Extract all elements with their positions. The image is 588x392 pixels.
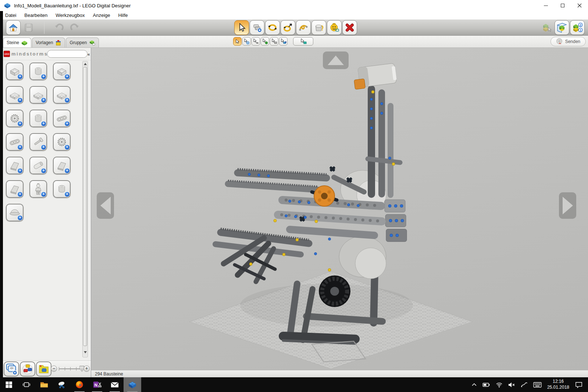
brick-search-input[interactable]: [47, 50, 88, 58]
filter-colors-icon: [21, 363, 34, 375]
palette-item-pneumatic-tube[interactable]: [29, 157, 47, 174]
menu-bearbeiten[interactable]: Bearbeiten: [20, 13, 51, 18]
maximize-button[interactable]: [554, 0, 571, 11]
select-advanced-button[interactable]: [293, 37, 313, 46]
filter-current-set-button[interactable]: [36, 361, 51, 377]
volume-muted-icon[interactable]: [508, 382, 515, 388]
home-icon: [8, 22, 18, 33]
senden-button[interactable]: Senden: [550, 37, 586, 46]
add-part-icon: [64, 192, 70, 197]
redo-icon: [70, 22, 80, 33]
zoom-out-button[interactable]: [51, 366, 57, 372]
start-button[interactable]: [0, 377, 18, 392]
keyboard-icon[interactable]: [533, 382, 542, 388]
brick-count: 294 Bausteine: [95, 371, 123, 377]
palette-item-brick-round-2x2[interactable]: [29, 63, 47, 80]
undo-button[interactable]: [52, 20, 67, 35]
tool-hinge-align-button[interactable]: [281, 20, 295, 35]
palette-item-blade[interactable]: [53, 157, 71, 174]
close-button[interactable]: [571, 0, 588, 11]
task-view-button[interactable]: [18, 377, 35, 392]
view-mode-button[interactable]: [555, 20, 569, 35]
palette-item-axle-connector[interactable]: [29, 133, 47, 151]
select-same-type-button[interactable]: [252, 37, 260, 46]
palette-item-liftarm-thin[interactable]: [6, 133, 24, 151]
nav-right-button[interactable]: [559, 192, 576, 219]
select-neighbors-button[interactable]: [270, 37, 278, 46]
palette-item-brick-1x4[interactable]: [53, 63, 71, 80]
palette-scrollbar[interactable]: [82, 61, 88, 357]
palette-item-plate-wedge-3x3[interactable]: [29, 86, 47, 104]
palette-item-gear-24-tooth[interactable]: [53, 133, 71, 151]
tool-clone-button[interactable]: [250, 20, 264, 35]
tool-paint-button[interactable]: [311, 20, 326, 35]
building-guide-mode-button[interactable]: 2 1: [570, 20, 585, 35]
zoom-in-button[interactable]: [83, 366, 90, 372]
snipping-tool-button[interactable]: [53, 377, 71, 392]
brick-palette: [0, 60, 91, 360]
collapse-panel-button[interactable]: [87, 52, 90, 57]
palette-item-container-round[interactable]: [53, 180, 71, 198]
tool-flex-button[interactable]: [296, 20, 311, 35]
filter-colors-button[interactable]: [20, 361, 35, 377]
select-same-color-button[interactable]: [261, 37, 269, 46]
file-explorer-button[interactable]: [35, 377, 53, 392]
menu-hilfe[interactable]: Hilfe: [114, 13, 132, 18]
palette-item-driving-ring[interactable]: [29, 110, 47, 127]
tray-expand-icon[interactable]: [471, 382, 477, 388]
wifi-icon[interactable]: [496, 382, 503, 388]
tab-steine[interactable]: Steine: [3, 38, 31, 47]
tool-select-button[interactable]: [234, 20, 249, 35]
palette-item-gear-wheel[interactable]: [6, 110, 24, 127]
lego-digital-designer-button[interactable]: [124, 377, 141, 392]
home-button[interactable]: [6, 20, 21, 35]
tool-hinge-button[interactable]: [265, 20, 280, 35]
mail-button[interactable]: [106, 377, 124, 392]
save-button[interactable]: [21, 20, 36, 35]
scrollbar-thumb[interactable]: [83, 67, 87, 346]
palette-item-beam-3[interactable]: [53, 110, 71, 127]
senden-label: Senden: [565, 39, 580, 44]
palette-item-plate-modified[interactable]: [53, 86, 71, 104]
palette-item-fin[interactable]: [6, 180, 24, 198]
palette-item-minifigure[interactable]: [29, 180, 47, 198]
firefox-button[interactable]: [71, 377, 88, 392]
slider-track[interactable]: [59, 368, 82, 369]
select-single-button[interactable]: [233, 37, 242, 46]
nav-up-button[interactable]: [323, 51, 349, 69]
menu-datei[interactable]: Datei: [5, 13, 20, 18]
canvas-area: 294 Bausteine: [91, 48, 588, 377]
menu-werkzeugbox[interactable]: Werkzeugbox: [51, 13, 89, 18]
model-canvas[interactable]: [91, 48, 588, 370]
palette-item-plate-2x2[interactable]: [6, 86, 24, 104]
tool-delete-button[interactable]: [342, 20, 357, 35]
pen-icon[interactable]: [521, 382, 528, 388]
undo-icon: [54, 22, 64, 33]
tab-gruppen[interactable]: Gruppen: [66, 38, 99, 47]
svg-text:2: 2: [580, 23, 581, 27]
battery-icon[interactable]: [482, 382, 490, 388]
maximize-icon: [561, 4, 564, 7]
main-toolbar: 2 1: [0, 19, 588, 36]
tool-hide-button[interactable]: [327, 20, 342, 35]
palette-item-mudguard[interactable]: [6, 157, 24, 174]
palette-item-brick-2x4[interactable]: [6, 63, 24, 80]
minimize-button[interactable]: [537, 0, 554, 11]
add-part-icon: [41, 97, 46, 103]
onenote-clipper-button[interactable]: N: [88, 377, 106, 392]
nav-left-button[interactable]: [97, 192, 114, 219]
palette-item-dome-hat[interactable]: [6, 204, 24, 221]
select-connected-button[interactable]: [279, 37, 288, 46]
tab-vorlagen[interactable]: Vorlagen: [32, 38, 65, 47]
menu-anzeige[interactable]: Anzeige: [89, 13, 114, 18]
redo-button[interactable]: [67, 20, 82, 35]
taskbar-clock[interactable]: 12:16 25.01.2018: [547, 379, 569, 390]
scroll-up-icon[interactable]: [84, 63, 87, 65]
build-mode-button[interactable]: [539, 20, 554, 35]
filter-sets-button[interactable]: [4, 361, 19, 377]
scroll-down-icon[interactable]: [84, 351, 87, 353]
action-center-icon[interactable]: [575, 381, 583, 388]
snipping-tool-icon: [57, 381, 66, 389]
select-add-button[interactable]: [242, 37, 251, 46]
select-single-icon: [235, 39, 240, 44]
